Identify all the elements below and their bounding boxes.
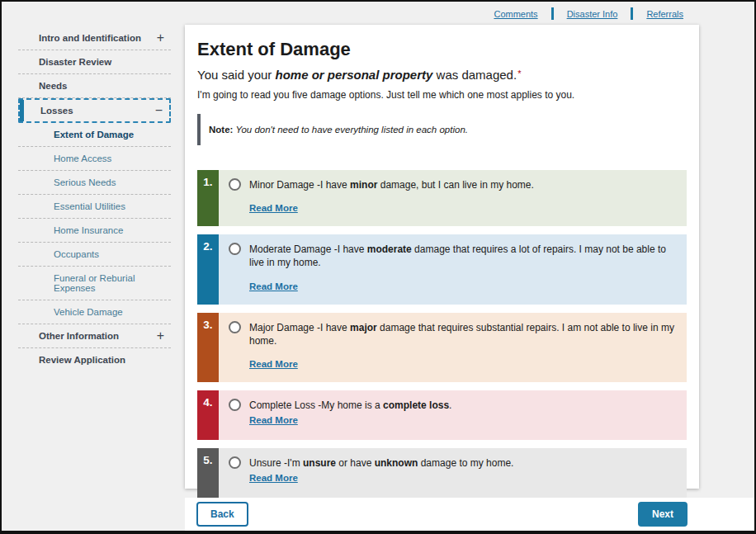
option-label: Moderate Damage -I have moderate damage … <box>249 243 677 269</box>
sidebar-item-label: Needs <box>39 81 68 91</box>
sidebar-item-label: Occupants <box>54 249 99 259</box>
option-body: Complete Loss -My home is a complete los… <box>219 390 687 440</box>
disaster-info-link[interactable]: Disaster Info <box>567 9 618 19</box>
option-body: Minor Damage -I have minor damage, but I… <box>219 170 687 226</box>
read-more-link[interactable]: Read More <box>249 281 298 291</box>
sidebar-item[interactable]: Extent of Damage <box>18 123 171 147</box>
option-number-tab: 4. <box>197 390 219 440</box>
sidebar-item[interactable]: Intro and Identification + <box>18 26 171 50</box>
sidebar-item-label: Intro and Identification <box>39 33 141 43</box>
sidebar-item[interactable]: Needs <box>18 74 171 98</box>
subtitle-emphasis: home or personal property <box>276 68 433 82</box>
radio-button[interactable] <box>229 321 241 333</box>
question-subtitle: You said your home or personal property … <box>197 68 687 82</box>
sidebar-item[interactable]: Home Insurance <box>18 219 171 243</box>
option-number-tab: 1. <box>197 170 219 226</box>
required-marker: * <box>517 69 521 78</box>
sidebar-item[interactable]: Review Application <box>18 348 171 371</box>
sidebar-item-label: Disaster Review <box>39 57 111 67</box>
next-button[interactable]: Next <box>638 502 687 527</box>
collapse-icon[interactable]: − <box>155 104 163 117</box>
intro-text: I'm going to read you five damage option… <box>197 89 687 101</box>
top-nav: Comments Disaster Info Referrals <box>494 7 683 20</box>
subtitle-prefix: You said your <box>197 68 276 82</box>
option-body: Unsure -I'm unsure or have unknown damag… <box>219 448 687 498</box>
read-more-link[interactable]: Read More <box>249 473 298 483</box>
sidebar-item-label: Essential Utilities <box>54 201 125 211</box>
radio-button[interactable] <box>229 456 241 469</box>
option-number-tab: 3. <box>197 313 219 382</box>
main-content-card: Extent of Damage You said your home or p… <box>185 25 699 489</box>
read-more-link[interactable]: Read More <box>249 203 298 213</box>
comments-link[interactable]: Comments <box>494 9 537 19</box>
sidebar-item-label: Vehicle Damage <box>54 307 123 317</box>
option-label: Major Damage -I have major damage that r… <box>249 321 677 347</box>
sidebar-item-label: Home Insurance <box>54 225 123 235</box>
footer-bar: Back Next <box>185 498 754 531</box>
sidebar-item[interactable]: Essential Utilities <box>18 195 171 219</box>
active-indicator-bar <box>20 100 24 121</box>
radio-button[interactable] <box>229 243 241 255</box>
option-number-tab: 5. <box>197 448 219 498</box>
radio-button[interactable] <box>229 178 241 191</box>
sidebar-item[interactable]: Other Information + <box>18 324 171 348</box>
damage-option-row: 3. Major Damage -I have major damage tha… <box>197 313 687 382</box>
option-body: Moderate Damage -I have moderate damage … <box>219 234 687 304</box>
sidebar-item[interactable]: Vehicle Damage <box>18 300 171 324</box>
damage-option-row: 4. Complete Loss -My home is a complete … <box>197 390 687 440</box>
note-label: Note: <box>209 125 233 135</box>
sidebar-item-label: Review Application <box>39 355 125 365</box>
sidebar-item-label: Losses <box>40 106 73 116</box>
expand-icon[interactable]: + <box>157 329 164 343</box>
sidebar-item-label: Other Information <box>39 331 119 341</box>
nav-divider <box>551 7 554 20</box>
note-box: Note: You don't need to have everything … <box>197 114 687 145</box>
radio-button[interactable] <box>229 399 241 411</box>
sidebar-item-label: Extent of Damage <box>54 130 134 139</box>
sidebar-nav: Intro and Identification + Disaster Revi… <box>18 26 171 371</box>
sidebar-item-label: Serious Needs <box>54 177 116 187</box>
sidebar-item-label: Funeral or Reburial Expenses <box>54 273 135 293</box>
expand-icon[interactable]: + <box>157 31 164 45</box>
application-window: Comments Disaster Info Referrals Intro a… <box>0 0 756 534</box>
damage-options-list: 1. Minor Damage -I have minor damage, bu… <box>197 170 687 498</box>
note-text: You don't need to have everything listed… <box>233 125 468 135</box>
back-button[interactable]: Back <box>196 502 248 527</box>
option-body: Major Damage -I have major damage that r… <box>219 313 687 382</box>
sidebar-item[interactable]: Disaster Review <box>18 50 171 74</box>
nav-divider <box>631 7 633 20</box>
damage-option-row: 5. Unsure -I'm unsure or have unknown da… <box>197 448 687 498</box>
sidebar-item[interactable]: Serious Needs <box>18 171 171 195</box>
sidebar-item[interactable]: Losses − <box>18 98 171 123</box>
sidebar-item[interactable]: Occupants <box>18 243 171 267</box>
referrals-link[interactable]: Referrals <box>646 9 683 19</box>
option-label: Unsure -I'm unsure or have unknown damag… <box>249 456 513 470</box>
sidebar-item[interactable]: Funeral or Reburial Expenses <box>18 267 171 300</box>
sidebar-item-label: Home Access <box>54 154 111 163</box>
damage-option-row: 2. Moderate Damage -I have moderate dama… <box>197 234 687 304</box>
option-label: Complete Loss -My home is a complete los… <box>249 399 451 412</box>
page-title: Extent of Damage <box>197 39 687 60</box>
option-label: Minor Damage -I have minor damage, but I… <box>249 178 534 191</box>
read-more-link[interactable]: Read More <box>249 359 298 369</box>
sidebar-item[interactable]: Home Access <box>18 147 171 171</box>
read-more-link[interactable]: Read More <box>249 415 298 425</box>
subtitle-suffix: was damaged. <box>432 68 517 82</box>
damage-option-row: 1. Minor Damage -I have minor damage, bu… <box>197 170 687 226</box>
option-number-tab: 2. <box>197 234 219 304</box>
